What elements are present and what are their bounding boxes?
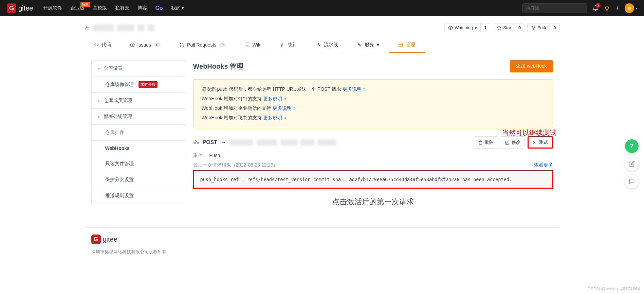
nav-university[interactable]: 高校版: [93, 5, 107, 11]
fork-button[interactable]: Fork 0: [527, 23, 559, 32]
gitee-logo-icon: G: [7, 3, 16, 13]
tab-issues[interactable]: Issues0: [121, 38, 170, 53]
footer-logo-text: gitee: [103, 236, 117, 243]
result-label: 最后一次请求结果（2022-08-28 12:29）: [193, 162, 278, 168]
sidebar-repo-settings[interactable]: ▸仓库设置: [92, 60, 186, 76]
svg-point-5: [534, 26, 535, 27]
footer-copyright: 深圳市奥思网络科技有限公司版权所有: [91, 249, 553, 255]
event-label: 事件:: [193, 153, 204, 158]
webhook-icon: [193, 139, 199, 146]
sidebar-webhooks[interactable]: WebHooks: [92, 141, 186, 156]
tab-service[interactable]: 服务 ▾: [348, 38, 389, 53]
webhook-info: POST →: [193, 139, 337, 146]
result-box-highlighted: push_hooks ref = refs/heads/test_version…: [193, 170, 553, 189]
nav-right: 2 + 鱼 ▾: [522, 3, 637, 13]
svg-point-22: [195, 140, 197, 142]
sidebar-mirror[interactable]: 仓库镜像管理限时开放: [92, 76, 186, 93]
notice-link[interactable]: 更多说明 »: [263, 96, 286, 101]
fork-icon: [531, 25, 536, 30]
tab-wiki[interactable]: Wiki: [236, 38, 271, 53]
svg-rect-17: [399, 43, 403, 47]
add-webhook-button[interactable]: 添加 webHook: [510, 60, 553, 72]
enterprise-badge: 特惠: [80, 2, 90, 7]
svg-point-6: [533, 29, 534, 29]
float-buttons: ?: [625, 139, 639, 188]
plus-icon[interactable]: +: [615, 5, 619, 12]
tab-code[interactable]: 代码: [85, 38, 121, 53]
nav-go[interactable]: Go: [155, 5, 163, 11]
notice-link[interactable]: 更多说明 »: [343, 86, 366, 92]
tab-manage[interactable]: 管理: [389, 38, 425, 53]
nav-enterprise[interactable]: 企业版 特惠: [70, 5, 85, 11]
notice-line: WebHook 增加对企业微信的支持 更多说明 »: [202, 105, 545, 111]
svg-marker-3: [497, 26, 501, 30]
caret-icon: ▸: [98, 67, 100, 70]
lock-icon: [85, 24, 90, 31]
svg-point-2: [450, 27, 451, 29]
star-icon: [497, 25, 501, 30]
eye-icon: [448, 25, 453, 30]
nav-private-cloud[interactable]: 私有云: [115, 5, 129, 11]
content-header: WebHooks 管理 添加 webHook: [193, 60, 553, 72]
webhook-buttons: 删除 修改 测试: [474, 136, 553, 149]
sidebar: ▸仓库设置 仓库镜像管理限时开放 ▸仓库成员管理 ▸部署公钥管理 仓库挂件 We…: [91, 60, 186, 204]
tab-pull-requests[interactable]: Pull Requests0: [170, 38, 236, 53]
svg-point-11: [180, 46, 181, 46]
nav-blog[interactable]: 博客: [137, 5, 147, 11]
nav-mine[interactable]: 我的 ▾: [171, 5, 184, 11]
avatar: 鱼: [625, 3, 634, 13]
main-content: ▸仓库设置 仓库镜像管理限时开放 ▸仓库成员管理 ▸部署公钥管理 仓库挂件 We…: [85, 53, 560, 214]
footer: G gitee 深圳市奥思网络科技有限公司版权所有: [85, 227, 560, 262]
tab-pipeline[interactable]: 流水线: [307, 38, 348, 53]
sidebar-push-rules[interactable]: 推送规则设置: [92, 188, 186, 204]
star-button[interactable]: Star 0: [493, 23, 525, 32]
sidebar-deploy-keys[interactable]: ▸部署公钥管理: [92, 109, 186, 125]
chat-button[interactable]: [625, 175, 639, 188]
svg-point-20: [194, 142, 196, 144]
terminal-icon: [533, 140, 537, 145]
stats-icon: [280, 42, 285, 47]
nav-opensource[interactable]: 开源软件: [43, 5, 62, 11]
notification-icon[interactable]: 2: [592, 5, 599, 11]
svg-point-0: [606, 6, 609, 9]
sidebar-widgets[interactable]: 仓库挂件: [92, 125, 186, 141]
notice-link[interactable]: 更多说明 »: [263, 115, 286, 120]
wiki-icon: [245, 42, 250, 47]
avatar-dropdown[interactable]: 鱼 ▾: [625, 3, 637, 13]
repo-part-blurred: [137, 24, 144, 31]
watch-button[interactable]: Watching ▾ 1: [444, 23, 490, 32]
search-input[interactable]: [522, 3, 587, 13]
help-button[interactable]: ?: [625, 139, 639, 153]
caret-icon: ▸: [98, 99, 100, 103]
test-button[interactable]: 测试: [528, 136, 553, 149]
edit-button[interactable]: 修改: [501, 136, 525, 149]
notice-line: 每次您 push 代码后，都会给远程 HTTP URL 发送一个 POST 请求…: [202, 86, 545, 92]
edit-icon: [505, 140, 510, 145]
repo-header: Watching ▾ 1 Star 0 Fork 0 代码 Issues0 Pu…: [0, 16, 644, 53]
repo-tabs: 代码 Issues0 Pull Requests0 Wiki 统计 流水线 服务…: [85, 38, 560, 53]
feedback-button[interactable]: [625, 157, 639, 171]
annotation-test: 当然可以继续测试: [502, 128, 556, 137]
svg-rect-1: [86, 28, 89, 30]
delete-button[interactable]: 删除: [474, 136, 498, 149]
issues-icon: [130, 42, 135, 47]
sidebar-members[interactable]: ▸仓库成员管理: [92, 93, 186, 109]
tab-stats[interactable]: 统计: [271, 38, 307, 53]
webhook-arrow: →: [221, 139, 226, 145]
view-more-link[interactable]: 查看更多: [534, 162, 553, 168]
repo-actions: Watching ▾ 1 Star 0 Fork 0: [444, 23, 559, 32]
caret-icon: ▸: [98, 115, 100, 119]
notice-link[interactable]: 更多说明 »: [273, 105, 296, 111]
annotation-request: 点击激活后的第一次请求: [193, 197, 553, 207]
result-header: 最后一次请求结果（2022-08-28 12:29） 查看更多: [193, 162, 553, 168]
result-content: push_hooks ref = refs/heads/test_version…: [195, 172, 551, 187]
repo-owner-blurred: [93, 24, 114, 31]
sidebar-protected-branches[interactable]: 保护分支设置: [92, 172, 186, 188]
nav-items: 开源软件 企业版 特惠 高校版 私有云 博客 Go 我的 ▾: [43, 5, 184, 11]
bulb-icon[interactable]: [604, 5, 610, 11]
sidebar-readonly-files[interactable]: 只读文件管理: [92, 156, 186, 172]
repo-name-blurred: [117, 24, 134, 31]
logo[interactable]: G gitee: [7, 3, 33, 13]
notice-line: WebHook 增加对飞书的支持 更多说明 »: [202, 115, 545, 121]
webhook-method: POST: [203, 139, 218, 145]
